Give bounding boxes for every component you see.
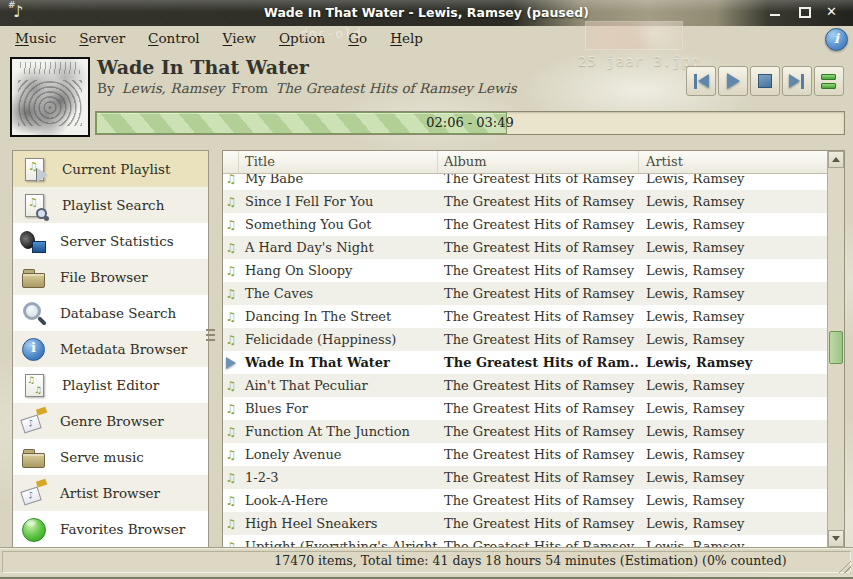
cell-title: Wade In That Water — [239, 355, 438, 370]
column-header-album[interactable]: Album — [438, 151, 639, 173]
vertical-scrollbar[interactable] — [827, 151, 844, 547]
serve-music-icon — [20, 444, 47, 471]
cell-artist: Lewis, Ramsey — [639, 401, 827, 416]
sidebar-item-file-browser[interactable]: File Browser — [13, 259, 208, 295]
queue-list-icon — [821, 74, 837, 89]
table-row[interactable]: ♫My BabeThe Greatest Hits of Ramsey ...L… — [223, 174, 827, 190]
arrow-up-icon — [832, 157, 840, 162]
titlebar[interactable]: Wade In That Water - Lewis, Ramsey (paus… — [0, 0, 853, 26]
status-bar: 17470 items, Total time: 41 days 18 hour… — [0, 547, 853, 575]
cell-title: Ain't That Peculiar — [239, 378, 438, 393]
table-row[interactable]: ♫Look-A-HereThe Greatest Hits of Ramsey … — [223, 489, 827, 512]
cell-album: The Greatest Hits of Ramsey ... — [438, 174, 639, 186]
sidebar-item-label: Metadata Browser — [60, 341, 187, 357]
table-row[interactable]: ♫Hang On SloopyThe Greatest Hits of Rams… — [223, 259, 827, 282]
table-row[interactable]: ♫Dancing In The StreetThe Greatest Hits … — [223, 305, 827, 328]
track-rows: ♫My BabeThe Greatest Hits of Ramsey ...L… — [223, 174, 827, 547]
column-header-title[interactable]: Title — [239, 151, 438, 173]
music-note-icon: ♫ — [223, 471, 239, 485]
menu-item-control[interactable]: Control — [145, 29, 203, 47]
cell-album: The Greatest Hits of Ramsey ... — [438, 401, 639, 416]
cell-title: Function At The Junction — [239, 424, 438, 439]
sidebar-list: Current PlaylistPlaylist SearchServer St… — [12, 150, 209, 548]
sidebar-item-label: Genre Browser — [60, 413, 164, 429]
table-row[interactable]: ♫Function At The JunctionThe Greatest Hi… — [223, 420, 827, 443]
sidebar-item-playlist-editor[interactable]: Playlist Editor — [13, 367, 208, 403]
table-row[interactable]: ♫A Hard Day's NightThe Greatest Hits of … — [223, 236, 827, 259]
now-playing-album: The Greatest Hits of Ramsey Lewis — [272, 80, 519, 96]
sidebar-item-genre-browser[interactable]: Genre Browser — [13, 403, 208, 439]
column-header-artist[interactable]: Artist — [639, 151, 827, 173]
column-header-icon[interactable] — [223, 151, 239, 173]
sidebar-item-artist-browser[interactable]: Artist Browser — [13, 475, 208, 511]
table-row[interactable]: ♫High Heel SneakersThe Greatest Hits of … — [223, 512, 827, 535]
table-row[interactable]: ♫1-2-3The Greatest Hits of Ramsey ...Lew… — [223, 466, 827, 489]
status-text: 17470 items, Total time: 41 days 18 hour… — [0, 553, 853, 568]
next-triangle-icon — [789, 74, 800, 88]
sidebar-item-metadata-browser[interactable]: Metadata Browser — [13, 331, 208, 367]
table-row[interactable]: ♫Lonely AvenueThe Greatest Hits of Ramse… — [223, 443, 827, 466]
seek-progress-bar[interactable]: 02:06 - 03:49 — [95, 111, 845, 135]
by-label: By — [97, 80, 115, 96]
table-row[interactable]: ♫The CavesThe Greatest Hits of Ramsey ..… — [223, 282, 827, 305]
music-note-icon: ♫ — [223, 287, 239, 301]
menu-item-server[interactable]: Server — [76, 29, 128, 47]
file-browser-icon — [20, 264, 47, 291]
cell-album: The Greatest Hits of Ramsey ... — [438, 217, 639, 232]
scroll-up-button[interactable] — [828, 151, 844, 168]
maximize-button[interactable] — [796, 4, 812, 20]
scrollbar-thumb[interactable] — [829, 331, 843, 364]
cell-artist: Lewis, Ramsey — [639, 217, 827, 232]
scroll-down-button[interactable] — [828, 530, 844, 547]
stop-button[interactable] — [750, 66, 780, 96]
table-row[interactable]: Wade In That WaterThe Greatest Hits of R… — [223, 351, 827, 374]
sidebar-item-playlist-search[interactable]: Playlist Search — [13, 187, 208, 223]
sidebar-item-label: Serve music — [60, 449, 144, 465]
table-row[interactable]: ♫Since I Fell For YouThe Greatest Hits o… — [223, 190, 827, 213]
play-icon — [727, 73, 740, 89]
playlist-editor-icon — [25, 374, 44, 397]
cell-artist: Lewis, Ramsey — [639, 447, 827, 462]
music-note-icon: ♫ — [223, 379, 239, 393]
menu-item-music[interactable]: Music — [12, 29, 59, 47]
sidebar-item-serve-music[interactable]: Serve music — [13, 439, 208, 475]
info-icon[interactable] — [825, 28, 848, 51]
now-playing-artist: Lewis, Ramsey — [119, 80, 227, 96]
menu-item-view[interactable]: View — [220, 29, 259, 47]
table-row[interactable]: ♫Uptight (Everything's Alright)The Great… — [223, 535, 827, 547]
cell-title: Uptight (Everything's Alright) — [239, 539, 438, 547]
play-button[interactable] — [718, 66, 748, 96]
sidebar-item-label: File Browser — [60, 269, 148, 285]
playback-controls — [686, 66, 844, 96]
cell-album: The Greatest Hits of Ramsey ... — [438, 309, 639, 324]
minimize-button[interactable] — [767, 4, 783, 20]
close-button[interactable] — [825, 4, 841, 20]
sidebar-item-server-statistics[interactable]: Server Statistics — [13, 223, 208, 259]
next-button[interactable] — [782, 66, 812, 96]
cell-title: Felicidade (Happiness) — [239, 332, 438, 347]
cell-title: High Heel Sneakers — [239, 516, 438, 531]
cell-title: Something You Got — [239, 217, 438, 232]
artist-browser-icon — [20, 480, 47, 507]
sidebar-item-current-playlist[interactable]: Current Playlist — [13, 151, 208, 187]
from-label: From — [231, 80, 268, 96]
sidebar-item-database-search[interactable]: Database Search — [13, 295, 208, 331]
music-note-icon: ♫ — [223, 448, 239, 462]
cell-artist: Lewis, Ramsey — [639, 332, 827, 347]
cell-artist: Lewis, Ramsey — [639, 493, 827, 508]
sidebar-item-favorites-browser[interactable]: Favorites Browser — [13, 511, 208, 547]
current-playlist-icon — [25, 158, 44, 181]
cell-title: Blues For — [239, 401, 438, 416]
table-row[interactable]: ♫Felicidade (Happiness)The Greatest Hits… — [223, 328, 827, 351]
table-row[interactable]: ♫Blues ForThe Greatest Hits of Ramsey ..… — [223, 397, 827, 420]
table-row[interactable]: ♫Ain't That PeculiarThe Greatest Hits of… — [223, 374, 827, 397]
cell-artist: Lewis, Ramsey — [639, 539, 827, 547]
menu-item-help[interactable]: Help — [387, 29, 426, 47]
cell-artist: Lewis, Ramsey — [639, 174, 827, 186]
pane-splitter[interactable] — [206, 329, 215, 342]
cell-artist: Lewis, Ramsey — [639, 424, 827, 439]
cell-title: Hang On Sloopy — [239, 263, 438, 278]
queue-menu-button[interactable] — [814, 66, 844, 96]
previous-button[interactable] — [686, 66, 716, 96]
table-row[interactable]: ♫Something You GotThe Greatest Hits of R… — [223, 213, 827, 236]
